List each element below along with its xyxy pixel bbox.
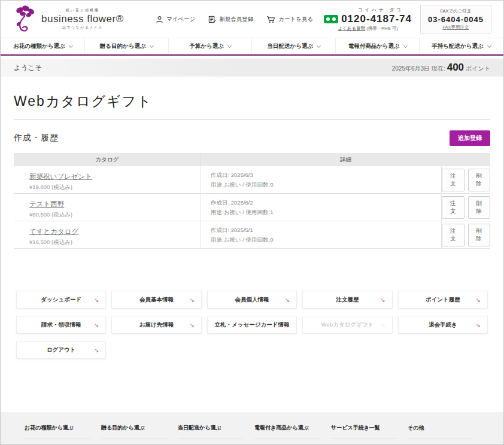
footer-heading[interactable]: サービス手続き一覧 [331, 424, 403, 432]
menu-label: ログアウト [47, 346, 76, 354]
menu-member-personal-info-button[interactable]: 会員個人情報 ↘ [207, 291, 297, 309]
arrow-diagonal-icon: ↘ [94, 297, 99, 303]
mypage-label: マイページ [166, 16, 195, 23]
menu-label: 会員個人情報 [235, 296, 269, 304]
footer-col-services: サービス手続き一覧 [331, 424, 403, 438]
cart-link[interactable]: カートを見る [266, 16, 313, 23]
footer-divider [408, 438, 473, 438]
menu-point-history-button[interactable]: ポイント履歴 ↘ [398, 291, 488, 309]
member-menu-grid: ダッシュボード ↘ 会員基本情報 ↘ 会員個人情報 ↘ 注文履歴 ↘ ポイント履… [14, 291, 490, 359]
nav-item-purpose[interactable]: 贈る目的から選ぶ [84, 38, 168, 54]
order-button[interactable]: 注文 [442, 169, 464, 191]
catalog-price: ¥19,800 (税込み) [29, 184, 195, 191]
footer-divider [254, 438, 320, 438]
nav-item-budget[interactable]: 予算から選ぶ [168, 38, 252, 54]
catalog-name-link[interactable]: てすとカタログ [29, 228, 78, 235]
chevron-down-icon [403, 43, 408, 47]
arrow-diagonal-icon: ↘ [380, 322, 385, 328]
footer-heading[interactable]: 当日配送から選ぶ [178, 424, 250, 432]
section-title: 作成・履歴 [14, 133, 59, 144]
brand-name: business flower® [41, 13, 124, 25]
mypage-link[interactable]: マイページ [156, 16, 195, 23]
arrow-diagonal-icon: ↘ [476, 322, 481, 328]
freedial-icon [324, 15, 338, 23]
arrow-diagonal-icon: ↘ [285, 322, 290, 328]
page-root: 祝い花と胡蝶蘭 business flower® 花でつながる人と人 マイページ [0, 0, 504, 445]
menu-withdrawal-button[interactable]: 退会手続き ↘ [398, 316, 488, 334]
flower-logo-icon [13, 5, 38, 33]
menu-label: 退会手続き [429, 321, 457, 329]
footer-col-purpose: 贈る目的から選ぶ [101, 424, 173, 438]
menu-logout-button[interactable]: ログアウト ↘ [16, 341, 106, 359]
footer-col-other: その他 [408, 424, 479, 438]
detail-cell: 作成日: 2025/6/2 用途:お祝い / 使用回数:1 [201, 194, 442, 221]
add-register-button[interactable]: 追加登録 [450, 130, 490, 146]
delete-button[interactable]: 削除 [468, 196, 491, 219]
nav-label: 予算から選ぶ [189, 42, 224, 50]
main-content: Webカタログギフト 作成・履歴 追加登録 カタログ 詳細 新築祝いプレゼント … [1, 77, 503, 359]
top-header: 祝い花と胡蝶蘭 business flower® 花でつながる人と人 マイページ [1, 1, 503, 38]
created-date: 作成日: 2025/6/2 [211, 198, 435, 208]
usage-info: 用途:お祝い / 使用回数:1 [211, 208, 435, 217]
delete-button[interactable]: 削除 [468, 224, 491, 246]
arrow-diagonal-icon: ↘ [189, 297, 194, 303]
page-footer: お花の種類から選ぶ 贈る目的から選ぶ 当日配送から選ぶ 電報付き商品から選ぶ サ… [1, 412, 503, 444]
created-date: 作成日: 2025/5/1 [211, 225, 435, 235]
tel-note: (携帯・PHS 可) [366, 26, 398, 31]
order-button[interactable]: 注文 [442, 224, 464, 246]
table-row: てすとカタログ ¥16,500 (税込み) 作成日: 2025/5/1 用途:お… [14, 221, 490, 249]
nav-item-sameday[interactable]: 当日配送から選ぶ [251, 38, 335, 54]
points-area: 2025年6月3日 現在: 400 ポイント [392, 62, 490, 74]
usage-info: 用途:お祝い / 使用回数:0 [211, 180, 435, 190]
fax-title: FAXでのご注文 [428, 8, 484, 14]
menu-order-history-button[interactable]: 注文履歴 ↘ [302, 291, 392, 309]
nav-item-hand-delivery[interactable]: 手持ち配送から選ぶ [419, 38, 503, 54]
register-link[interactable]: 新規会員登録 [208, 16, 253, 23]
footer-col-flower-type: お花の種類から選ぶ [25, 424, 96, 438]
fax-order-link[interactable]: FAX専用注文 [428, 25, 484, 31]
chevron-down-icon [69, 43, 73, 47]
points-value: 400 [447, 62, 464, 74]
usage-info: 用途:お祝い / 使用回数:0 [211, 235, 435, 245]
footer-divider [25, 438, 90, 438]
menu-delivery-address-button[interactable]: お届け先情報 ↘ [111, 316, 201, 334]
table-row: テスト西野 ¥60,500 (税込み) 作成日: 2025/6/2 用途:お祝い… [14, 194, 490, 221]
catalog-cell: 新築祝いプレゼント ¥19,800 (税込み) [14, 166, 201, 193]
menu-dashboard-button[interactable]: ダッシュボード ↘ [16, 291, 106, 309]
catalog-price: ¥16,500 (税込み) [29, 239, 195, 246]
footer-heading[interactable]: お花の種類から選ぶ [25, 424, 96, 432]
created-date: 作成日: 2025/6/3 [211, 170, 435, 180]
menu-label: Webカタログギフト [321, 321, 374, 329]
col-header-detail: 詳細 [201, 153, 490, 166]
brand-logo[interactable]: 祝い花と胡蝶蘭 business flower® 花でつながる人と人 [13, 5, 124, 33]
arrow-diagonal-icon: ↘ [476, 297, 481, 303]
tel-mnemonic: コイハナ ダコ [358, 7, 403, 13]
menu-web-catalog-gift-button-current: Webカタログギフト ↘ [302, 316, 392, 334]
footer-heading[interactable]: その他 [408, 424, 479, 432]
actions-cell: 注文 削除 [442, 221, 490, 248]
footer-col-telegram: 電報付き商品から選ぶ [254, 424, 326, 438]
faq-link[interactable]: よくある質問 [338, 26, 365, 31]
menu-member-basic-info-button[interactable]: 会員基本情報 ↘ [111, 291, 201, 309]
points-unit: ポイント [466, 65, 490, 73]
chevron-down-icon [227, 43, 232, 47]
catalog-name-link[interactable]: テスト西野 [29, 200, 64, 208]
order-button[interactable]: 注文 [442, 196, 464, 219]
main-nav: お花の種類から選ぶ 贈る目的から選ぶ 予算から選ぶ 当日配送から選ぶ 電報付商品… [1, 38, 503, 56]
footer-heading[interactable]: 電報付き商品から選ぶ [254, 424, 326, 432]
menu-billing-info-button[interactable]: 請求・領収情報 ↘ [16, 316, 106, 334]
menu-label: 請求・領収情報 [41, 321, 81, 329]
chevron-down-icon [150, 43, 154, 47]
logo-tagline-bottom: 花でつながる人と人 [62, 25, 103, 31]
catalog-name-link[interactable]: 新築祝いプレゼント [29, 173, 92, 180]
register-label: 新規会員登録 [219, 16, 253, 23]
col-header-catalog: カタログ [14, 153, 201, 166]
footer-heading[interactable]: 贈る目的から選ぶ [101, 424, 173, 432]
table-row: 新築祝いプレゼント ¥19,800 (税込み) 作成日: 2025/6/3 用途… [14, 166, 490, 194]
delete-button[interactable]: 削除 [468, 169, 491, 191]
nav-item-telegram[interactable]: 電報付商品から選ぶ [335, 38, 419, 54]
detail-cell: 作成日: 2025/6/3 用途:お祝い / 使用回数:0 [201, 166, 442, 193]
nav-item-flower-type[interactable]: お花の種類から選ぶ [1, 38, 84, 54]
arrow-diagonal-icon: ↘ [94, 322, 99, 328]
menu-message-card-button[interactable]: 立札・メッセージカード情報 ↘ [207, 316, 297, 334]
